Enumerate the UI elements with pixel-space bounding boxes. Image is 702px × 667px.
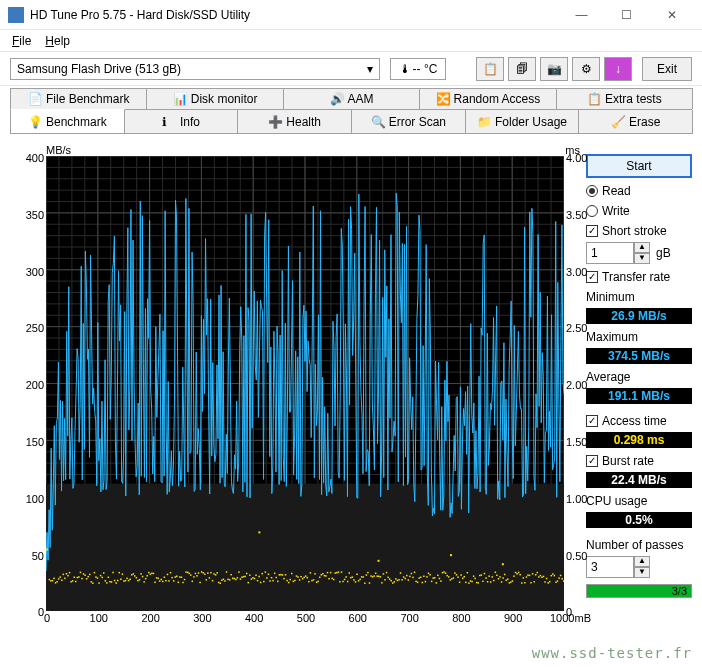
folder-icon: 📁 — [477, 115, 491, 129]
maximize-button[interactable]: ☐ — [604, 0, 649, 30]
spin-down-icon[interactable]: ▼ — [634, 253, 650, 264]
temperature-display: 🌡 -- °C — [390, 58, 446, 80]
y-right-tick: 1.00 — [566, 493, 587, 505]
tab-info[interactable]: ℹInfo — [124, 110, 239, 134]
monitor-icon: 📊 — [173, 92, 187, 106]
progress-bar: 3/3 — [586, 584, 692, 598]
radio-unselected-icon — [586, 205, 598, 217]
y-left-tick: 350 — [16, 209, 44, 221]
x-tick: 500 — [291, 612, 321, 624]
x-tick: 600 — [343, 612, 373, 624]
average-label: Average — [586, 370, 692, 384]
info-icon: ℹ — [162, 115, 176, 129]
clipboard-image-icon: 🗐 — [516, 62, 528, 76]
search-icon: 🔍 — [371, 115, 385, 129]
y-left-tick: 50 — [16, 550, 44, 562]
num-passes-input[interactable]: ▲▼ — [586, 556, 692, 578]
y-left-tick: 150 — [16, 436, 44, 448]
checkbox-checked-icon: ✓ — [586, 225, 598, 237]
tab-disk-monitor[interactable]: 📊Disk monitor — [146, 88, 283, 109]
health-icon: ➕ — [268, 115, 282, 129]
app-icon — [8, 7, 24, 23]
options-button[interactable]: ⚙ — [572, 57, 600, 81]
spin-up-icon[interactable]: ▲ — [634, 242, 650, 253]
write-radio[interactable]: Write — [586, 204, 692, 218]
access-time-value: 0.298 ms — [586, 432, 692, 448]
arrow-down-icon: ↓ — [615, 62, 621, 76]
x-tick: 0 — [32, 612, 62, 624]
checkbox-checked-icon: ✓ — [586, 415, 598, 427]
cpu-usage-label: CPU usage — [586, 494, 692, 508]
window-title: HD Tune Pro 5.75 - Hard Disk/SSD Utility — [30, 8, 559, 22]
random-icon: 🔀 — [436, 92, 450, 106]
x-tick: 900 — [498, 612, 528, 624]
camera-icon: 📷 — [547, 62, 562, 76]
x-tick: 200 — [136, 612, 166, 624]
burst-rate-checkbox[interactable]: ✓Burst rate — [586, 454, 692, 468]
y-left-tick: 100 — [16, 493, 44, 505]
clipboard-icon: 📋 — [483, 62, 498, 76]
tab-folder-usage[interactable]: 📁Folder Usage — [465, 110, 580, 134]
y-right-tick: 4.00 — [566, 152, 587, 164]
checkbox-checked-icon: ✓ — [586, 271, 598, 283]
drive-select-text: Samsung Flash Drive (513 gB) — [17, 62, 181, 76]
minimum-label: Minimum — [586, 290, 692, 304]
y-right-tick: 2.50 — [566, 322, 587, 334]
radio-selected-icon — [586, 185, 598, 197]
drive-select[interactable]: Samsung Flash Drive (513 gB) ▾ — [10, 58, 380, 80]
access-time-checkbox[interactable]: ✓Access time — [586, 414, 692, 428]
x-tick: 800 — [446, 612, 476, 624]
read-radio[interactable]: Read — [586, 184, 692, 198]
y-axis-left-label: MB/s — [46, 144, 71, 156]
thermometer-icon: 🌡 — [399, 62, 411, 76]
y-right-tick: 3.50 — [566, 209, 587, 221]
temperature-value: -- °C — [413, 62, 438, 76]
tab-extra-tests[interactable]: 📋Extra tests — [556, 88, 693, 109]
x-tick: 300 — [187, 612, 217, 624]
copy-screenshot-button[interactable]: 🗐 — [508, 57, 536, 81]
y-left-tick: 300 — [16, 266, 44, 278]
tab-error-scan[interactable]: 🔍Error Scan — [351, 110, 466, 134]
short-stroke-unit: gB — [656, 246, 671, 260]
start-button[interactable]: Start — [586, 154, 692, 178]
close-button[interactable]: ✕ — [649, 0, 694, 30]
list-icon: 📋 — [587, 92, 601, 106]
x-tick: 400 — [239, 612, 269, 624]
y-right-tick: 3.00 — [566, 266, 587, 278]
file-icon: 📄 — [28, 92, 42, 106]
tab-erase[interactable]: 🧹Erase — [578, 110, 693, 134]
spin-up-icon[interactable]: ▲ — [634, 556, 650, 567]
checkbox-checked-icon: ✓ — [586, 455, 598, 467]
tab-health[interactable]: ➕Health — [237, 110, 352, 134]
maximum-value: 374.5 MB/s — [586, 348, 692, 364]
tab-aam[interactable]: 🔊AAM — [283, 88, 420, 109]
num-passes-label: Number of passes — [586, 538, 692, 552]
short-stroke-input[interactable]: ▲▼ — [586, 242, 650, 264]
minimize-button[interactable]: — — [559, 0, 604, 30]
menu-file[interactable]: File — [6, 32, 37, 50]
tab-file-benchmark[interactable]: 📄File Benchmark — [10, 88, 147, 109]
chart-canvas — [46, 156, 564, 611]
progress-text: 3/3 — [672, 585, 687, 597]
transfer-rate-checkbox[interactable]: ✓Transfer rate — [586, 270, 692, 284]
y-left-tick: 200 — [16, 379, 44, 391]
bulb-icon: 💡 — [28, 115, 42, 129]
x-tick: 100 — [84, 612, 114, 624]
tab-random-access[interactable]: 🔀Random Access — [419, 88, 556, 109]
spin-down-icon[interactable]: ▼ — [634, 567, 650, 578]
cpu-usage-value: 0.5% — [586, 512, 692, 528]
copy-info-button[interactable]: 📋 — [476, 57, 504, 81]
y-left-tick: 400 — [16, 152, 44, 164]
x-tick: 1000mB — [550, 612, 580, 624]
y-left-tick: 250 — [16, 322, 44, 334]
exit-button[interactable]: Exit — [642, 57, 692, 81]
menu-help[interactable]: Help — [39, 32, 76, 50]
short-stroke-checkbox[interactable]: ✓Short stroke — [586, 224, 692, 238]
save-screenshot-button[interactable]: 📷 — [540, 57, 568, 81]
tab-benchmark[interactable]: 💡Benchmark — [10, 109, 125, 134]
burst-rate-value: 22.4 MB/s — [586, 472, 692, 488]
minimize-tray-button[interactable]: ↓ — [604, 57, 632, 81]
y-right-tick: 2.00 — [566, 379, 587, 391]
y-right-tick: 1.50 — [566, 436, 587, 448]
y-right-tick: 0.50 — [566, 550, 587, 562]
